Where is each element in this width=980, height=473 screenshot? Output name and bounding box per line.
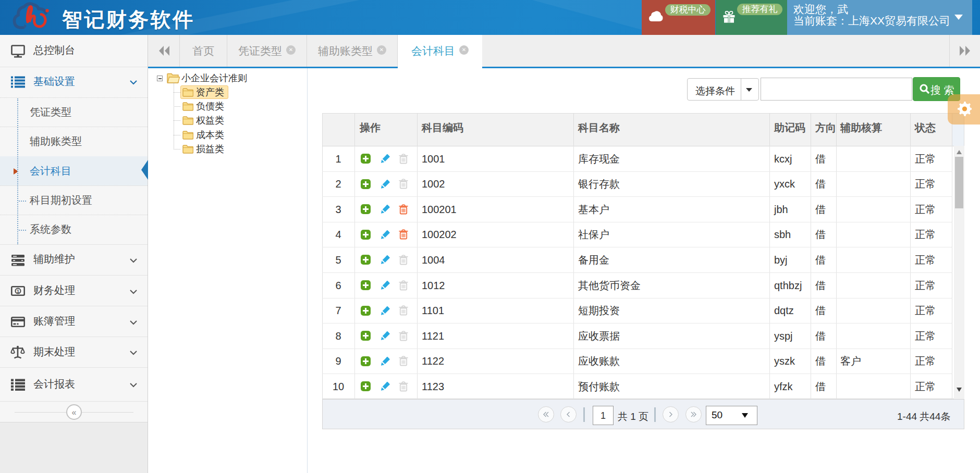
svg-text:1: 1	[17, 289, 19, 294]
